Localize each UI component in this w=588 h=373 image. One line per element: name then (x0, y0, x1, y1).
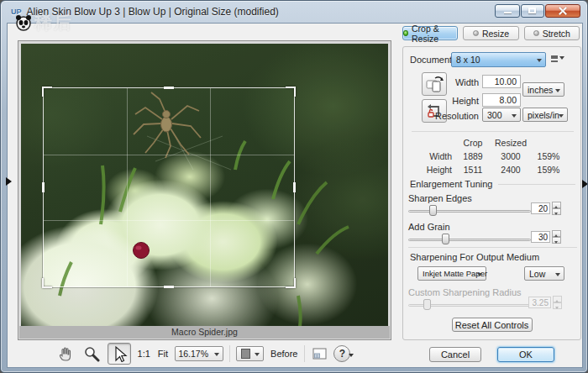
add-grain-spinner (552, 230, 561, 244)
width-field[interactable]: 10.00 (482, 75, 521, 88)
width-percent-value: 159% (531, 151, 566, 161)
minimize-button[interactable] (495, 4, 520, 18)
mode-tabs: Crop & Resize Resize Stretch (402, 26, 580, 40)
photo-preview[interactable] (21, 44, 388, 327)
crop-width-value: 1889 (455, 151, 491, 161)
crop-handle-bottom[interactable] (164, 286, 174, 288)
document-size-dropdown[interactable]: 8 x 10 (451, 52, 546, 67)
help-button[interactable]: ? (333, 345, 350, 362)
ok-label: OK (519, 349, 533, 360)
maximize-button[interactable] (521, 4, 544, 18)
crop-gridline (44, 220, 294, 221)
resized-height-value: 2400 (491, 165, 531, 175)
resolution-units-dropdown[interactable]: pixels/in (522, 108, 568, 122)
reset-label: Reset All Controls (455, 320, 528, 330)
spin-down-button (553, 302, 562, 309)
tab-crop-and-resize[interactable]: Crop & Resize (402, 26, 458, 40)
filename-caption: Macro Spider.jpg (19, 326, 390, 339)
green-dot-icon (403, 30, 408, 36)
crop-handle-top-right[interactable] (286, 87, 296, 97)
slider-thumb[interactable] (429, 205, 437, 216)
preview-toolbar: 1:1 Fit 16.17% Before ? (18, 342, 391, 365)
spin-down-button[interactable] (552, 237, 561, 244)
sharpen-amount-value: Low (529, 269, 545, 279)
height-field[interactable]: 8.00 (482, 93, 521, 107)
before-button[interactable]: Before (270, 349, 298, 359)
help-menu-caret-icon[interactable] (349, 354, 354, 360)
right-flyout-arrow[interactable] (582, 180, 588, 188)
custom-radius-label: Custom Sharpening Radius (408, 287, 522, 297)
spin-up-button[interactable] (552, 230, 561, 237)
custom-radius-field: 3.25 (528, 297, 551, 308)
tab-resize[interactable]: Resize (463, 26, 518, 40)
sharpen-amount-dropdown[interactable]: Low (524, 266, 564, 281)
minimize-icon (504, 12, 512, 13)
height-value: 8.00 (500, 95, 517, 105)
hand-tool-button[interactable] (55, 344, 76, 364)
resized-width-value: 3000 (491, 151, 531, 161)
add-grain-label: Add Grain (408, 222, 450, 232)
row-label: Width (415, 151, 455, 161)
crop-handle-bottom-right[interactable] (286, 278, 296, 288)
crop-gridline (127, 88, 128, 286)
crop-handle-left[interactable] (42, 182, 45, 192)
add-grain-value: 30 (538, 233, 548, 242)
output-sharpening-title: Sharpening For Output Medium (410, 252, 539, 262)
preset-menu-button[interactable] (551, 55, 564, 62)
cancel-button[interactable]: Cancel (429, 347, 481, 362)
add-grain-slider[interactable] (408, 234, 531, 245)
left-flyout-arrow[interactable] (6, 177, 16, 186)
height-percent-value: 159% (531, 165, 566, 175)
color-swatch-icon (241, 349, 250, 359)
zoom-tool-button[interactable] (81, 344, 102, 364)
background-color-dropdown[interactable] (236, 346, 264, 361)
fit-button[interactable]: Fit (157, 349, 169, 359)
units-value: inches (528, 85, 553, 95)
crop-tool-button[interactable] (108, 343, 131, 365)
app-icon: UP (11, 8, 22, 16)
zoom-level-dropdown[interactable]: 16.17% (175, 346, 223, 361)
slider-thumb[interactable] (442, 234, 449, 244)
preview-panel: Macro Spider.jpg (18, 40, 391, 340)
toolbar-divider (229, 345, 230, 362)
sharpen-edges-field[interactable]: 20 (531, 202, 550, 214)
panel-toggle-button[interactable] (311, 345, 328, 362)
sharpen-edges-label: Sharpen Edges (408, 193, 472, 203)
list-icon (551, 55, 558, 62)
spin-up-button[interactable] (552, 202, 561, 208)
gray-dot-icon (473, 30, 479, 36)
spin-down-button[interactable] (552, 208, 561, 215)
column-header-crop: Crop (455, 138, 491, 148)
slider-thumb (423, 299, 431, 310)
sharpen-edges-slider[interactable] (408, 205, 531, 217)
tab-label: Stretch (543, 29, 570, 39)
separator (412, 131, 574, 132)
reset-all-controls-button[interactable]: Reset All Controls (452, 318, 533, 332)
zoom-level-value: 16.17% (178, 349, 208, 359)
crop-handle-top-left[interactable] (42, 87, 52, 97)
width-value: 10.00 (495, 76, 517, 87)
hand-icon (57, 345, 74, 362)
column-header-resized: Resized (491, 138, 531, 148)
crop-handle-top[interactable] (164, 87, 174, 89)
row-label: Height (415, 165, 455, 175)
tab-stretch[interactable]: Stretch (524, 26, 580, 40)
crop-rectangle[interactable] (43, 87, 295, 287)
close-button[interactable] (545, 4, 580, 18)
actual-size-button[interactable]: 1:1 (137, 349, 151, 359)
settings-panel: Document Size 8 x 10 Width (402, 46, 581, 340)
enlargement-tuning-title: Enlargement Tuning (410, 179, 575, 189)
units-dropdown[interactable]: inches (522, 82, 564, 97)
custom-radius-spinner (553, 296, 562, 309)
crop-handle-right[interactable] (293, 182, 296, 192)
custom-radius-slider (408, 299, 531, 311)
resolution-label: Resolution (425, 111, 479, 121)
height-label: Height (432, 96, 479, 106)
crop-handle-bottom-left[interactable] (42, 278, 52, 288)
resolution-dropdown[interactable]: 300 (482, 108, 521, 122)
output-medium-dropdown[interactable]: Inkjet Matte Paper (417, 266, 486, 281)
add-grain-field[interactable]: 30 (531, 231, 550, 243)
document-size-value: 8 x 10 (456, 55, 480, 65)
ok-button[interactable]: OK (497, 347, 554, 362)
cancel-label: Cancel (441, 349, 470, 360)
